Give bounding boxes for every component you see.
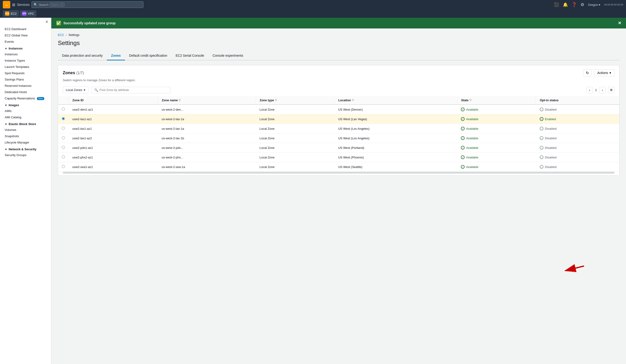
row-radio-6[interactable] — [62, 165, 65, 168]
scrollbar[interactable] — [63, 172, 615, 174]
table-row[interactable]: usw2-den1-az1us-west-2-den...Local ZoneU… — [58, 105, 619, 114]
page-number: 1 — [595, 88, 597, 92]
banner-close-button[interactable]: ✕ — [618, 21, 621, 26]
cell-location: US West (Seattle) — [334, 162, 457, 172]
cell-zone-type: Local Zone — [256, 162, 334, 172]
table-row[interactable]: usw2-las1-az1us-west-2-las-1aLocal ZoneU… — [58, 114, 619, 124]
col-header-zone-id[interactable]: Zone ID — [69, 96, 158, 105]
chevron-down-icon-images: ▼ — [5, 104, 7, 107]
col-header-zone-type[interactable]: Zone type ▽ — [256, 96, 334, 105]
row-radio-3[interactable] — [62, 136, 65, 139]
grid-icon[interactable]: ⊞ — [12, 2, 15, 7]
table-row[interactable]: usw2-lax1-az2us-west-2-lax-1bLocal ZoneU… — [58, 133, 619, 143]
sidebar-item-launch-templates[interactable]: Launch Templates — [0, 64, 51, 70]
sidebar-item-reserved-instances[interactable]: Reserved Instances — [0, 82, 51, 89]
cell-state: ✓Available — [457, 124, 536, 133]
services-button[interactable]: Services — [17, 3, 30, 6]
sidebar-item-snapshots[interactable]: Snapshots — [0, 133, 51, 139]
sidebar-section-images[interactable]: ▼ Images — [0, 102, 51, 108]
cell-location: US West (Portland) — [334, 143, 457, 153]
nav-icons: ⬛ 🔔 ❓ ⚙ Oregon ▾ — [554, 2, 623, 7]
tab-default-credit[interactable]: Default credit specification — [125, 51, 171, 60]
tab-data-protection[interactable]: Data protection and security — [58, 51, 107, 60]
sidebar-item-ec2-global-view[interactable]: EC2 Global View — [0, 32, 51, 39]
actions-button[interactable]: Actions ▾ — [594, 69, 615, 76]
top-nav: ⊞ Services 🔍 Search [Option+S] ⬛ 🔔 ❓ ⚙ O… — [0, 0, 626, 9]
row-radio-1[interactable] — [62, 117, 65, 120]
cell-opt-in-status: —Disabled — [536, 143, 619, 153]
sidebar-item-savings-plans[interactable]: Savings Plans — [0, 76, 51, 82]
settings-icon[interactable]: ⚙ — [581, 2, 584, 7]
banner-message: Successfully updated zone group — [63, 21, 116, 25]
zone-search-input[interactable] — [100, 88, 167, 92]
help-icon[interactable]: ❓ — [572, 2, 577, 7]
row-radio-0[interactable] — [62, 108, 65, 111]
sidebar-item-capacity-reservations[interactable]: Capacity Reservations New — [0, 95, 51, 102]
table-row[interactable]: usw2-sea1-az1us-west-2-sea-1aLocal ZoneU… — [58, 162, 619, 172]
prev-page-button[interactable]: ‹ — [586, 87, 593, 93]
row-radio-4[interactable] — [62, 146, 65, 149]
next-page-button[interactable]: › — [599, 87, 606, 93]
main-content: ✅ Successfully updated zone group ✕ EC2 … — [51, 18, 626, 364]
sidebar-close-button[interactable]: ✕ — [45, 20, 48, 24]
table-row[interactable]: usw2-pdx1-az1us-west-2-pdx...Local ZoneU… — [58, 143, 619, 153]
chevron-down-icon: ▼ — [5, 47, 7, 50]
search-icon: 🔍 — [34, 3, 38, 6]
bell-icon[interactable]: 🔔 — [563, 2, 568, 7]
sidebar-item-instance-types[interactable]: Instance Types — [0, 57, 51, 64]
cell-location: US West (Los Angeles) — [334, 124, 457, 133]
search-icon-zones: 🔍 — [94, 88, 98, 92]
cell-opt-in-status: —Disabled — [536, 105, 619, 114]
sidebar-item-security-groups[interactable]: Security Groups — [0, 152, 51, 158]
sidebar-item-ec2-dashboard[interactable]: EC2 Dashboard — [0, 26, 51, 32]
sidebar-item-spot-requests[interactable]: Spot Requests — [0, 70, 51, 76]
display-icon[interactable]: ⬛ — [554, 2, 559, 7]
search-bar[interactable]: 🔍 Search [Option+S] — [32, 1, 143, 8]
cell-zone-name: us-west-2-sea-1a — [158, 162, 256, 172]
sidebar-section-network-security[interactable]: ▼ Network & Security — [0, 146, 51, 152]
region-selector[interactable]: Oregon ▾ — [588, 3, 600, 6]
sidebar-item-amis[interactable]: AMIs — [0, 108, 51, 114]
tab-console-experiments[interactable]: Console experiments — [208, 51, 247, 60]
col-header-zone-name[interactable]: Zone name ▽ — [158, 96, 256, 105]
col-header-state[interactable]: State ▽ — [457, 96, 536, 105]
cell-state: ✓Available — [457, 143, 536, 153]
breadcrumb-ec2-link[interactable]: EC2 — [58, 33, 64, 37]
cell-zone-name: us-west-2-den... — [158, 105, 256, 114]
tab-ec2[interactable]: EC2 EC2 — [3, 10, 19, 17]
tab-vpc[interactable]: VPC VPC — [20, 10, 36, 17]
sidebar-item-ami-catalog[interactable]: AMI Catalog — [0, 114, 51, 121]
col-header-location[interactable]: Location ▽ — [334, 96, 457, 105]
refresh-button[interactable]: ↻ — [583, 69, 591, 77]
breadcrumb-current: Settings — [69, 33, 79, 37]
tab-zones[interactable]: Zones — [107, 51, 125, 60]
sidebar-item-events[interactable]: Events — [0, 39, 51, 45]
sidebar-item-lifecycle-manager[interactable]: Lifecycle Manager — [0, 139, 51, 146]
cell-zone-type: Local Zone — [256, 143, 334, 153]
sidebar-close-row: ✕ — [0, 18, 51, 26]
aws-logo[interactable] — [3, 1, 10, 8]
table-settings-button[interactable]: ⚙ — [608, 87, 615, 93]
row-radio-5[interactable] — [62, 155, 65, 159]
local-zones-filter[interactable]: Local Zones ▾ — [63, 86, 88, 93]
cell-zone-name: us-west-2-las-1a — [158, 114, 256, 124]
tab-ec2-serial-console[interactable]: EC2 Serial Console — [171, 51, 208, 60]
table-row[interactable]: usw2-lax1-az1us-west-2-lax-1aLocal ZoneU… — [58, 124, 619, 133]
row-radio-2[interactable] — [62, 127, 65, 130]
chevron-down-icon-ebs: ▼ — [5, 123, 7, 125]
zones-toolbar: Local Zones ▾ 🔍 ‹ 1 › ⚙ — [58, 85, 619, 96]
cell-zone-id: usw2-lax1-az1 — [69, 124, 158, 133]
cell-opt-in-status: —Disabled — [536, 124, 619, 133]
sidebar-section-ebs[interactable]: ▼ Elastic Block Store — [0, 121, 51, 127]
cell-opt-in-status: —Disabled — [536, 133, 619, 143]
sidebar-item-volumes[interactable]: Volumes — [0, 127, 51, 133]
sidebar-item-instances[interactable]: Instances — [0, 51, 51, 57]
cell-zone-name: us-west-2-pdx... — [158, 143, 256, 153]
toolbar-left: Local Zones ▾ 🔍 — [63, 86, 170, 93]
zone-search-box[interactable]: 🔍 — [91, 87, 170, 93]
table-row[interactable]: usw2-phx2-az1us-west-2-phx...Local ZoneU… — [58, 153, 619, 162]
cell-zone-type: Local Zone — [256, 124, 334, 133]
sidebar-section-instances[interactable]: ▼ Instances — [0, 45, 51, 51]
cell-location: US West (Las Vegas) — [334, 114, 457, 124]
sidebar-item-dedicated-hosts[interactable]: Dedicated Hosts — [0, 89, 51, 95]
